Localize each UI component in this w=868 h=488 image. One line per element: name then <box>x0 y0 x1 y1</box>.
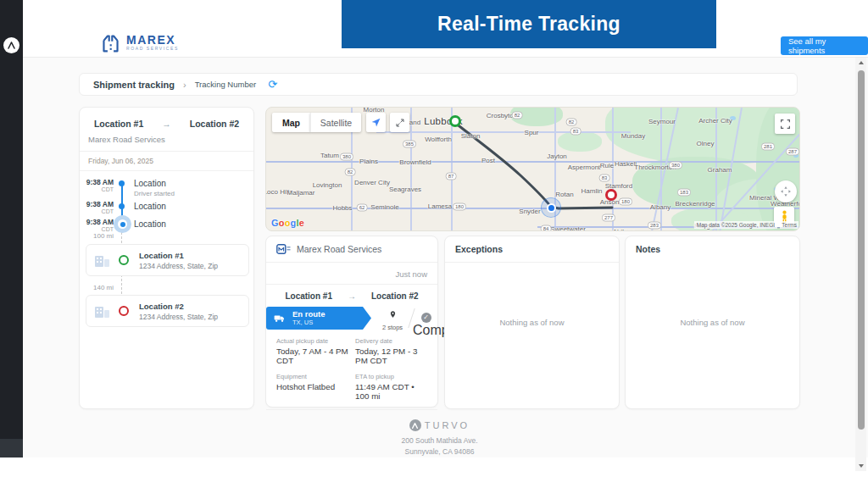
event-time: 9:38 AMCDT <box>80 178 114 192</box>
highway-shield-icon: 283 <box>648 222 661 230</box>
highway-shield-icon: 380 <box>340 153 353 161</box>
timeline-dot <box>119 180 125 186</box>
brand-tagline: ROAD SERVICES <box>126 46 179 51</box>
map-city-label: Seymour <box>648 118 676 125</box>
breadcrumb-tracking-number: Tracking Number <box>195 80 257 89</box>
highway-shield-icon: 180 <box>453 203 466 211</box>
map-city-label: Lamesa <box>428 202 452 210</box>
breadcrumb-shipment-tracking[interactable]: Shipment tracking <box>93 80 175 90</box>
map-city-label: Denver City <box>354 179 390 186</box>
map-terms-link[interactable]: Terms <box>780 221 798 229</box>
see-all-shipments-button[interactable]: See all my shipments <box>781 36 868 55</box>
map-city-label: Rotan <box>555 191 573 198</box>
expand-arrows-icon <box>395 118 405 128</box>
marex-logo: MAREX ROAD SERVICES <box>100 31 179 54</box>
status-progress-ribbon: En route TX, US 2 stops ✓ Complete <box>266 307 437 330</box>
map-city-label: Munday <box>621 132 645 140</box>
current-position-dot <box>114 215 131 233</box>
stop-item-location-2[interactable]: Location #2 1234 Address, State, Zip <box>86 295 249 327</box>
status-location: TX, US <box>292 319 326 326</box>
footer-address-line1: 200 South Mathida Ave. <box>79 435 800 446</box>
status-card-header: Marex Road Services <box>266 236 437 263</box>
fullscreen-icon <box>780 119 791 130</box>
map-city-label: Sweetwater <box>550 225 586 232</box>
map-fullscreen-button[interactable] <box>775 114 795 134</box>
scrollbar-down-arrow[interactable] <box>859 464 864 468</box>
map-city-label: Graham <box>708 166 732 174</box>
event-sublabel: Driver started <box>134 190 175 197</box>
map-city-label: Seminole <box>370 203 398 211</box>
shipment-details-grid: Actual pickup date Today, 7 AM - 4 PM CD… <box>266 330 437 409</box>
map-city-label: Wolfforth <box>425 136 452 143</box>
trip-date: Friday, Jun 06, 2025 <box>80 152 253 171</box>
map-city-label: Olney <box>697 140 715 147</box>
field-equipment: Equipment Hotshot Flatbed <box>276 373 352 401</box>
pickup-marker-icon <box>119 255 129 265</box>
delivery-marker-icon <box>119 306 129 316</box>
brand-name: MAREX <box>126 35 179 46</box>
exceptions-title: Exceptions <box>445 236 619 262</box>
pickup-location-marker[interactable] <box>449 115 461 127</box>
map-navigation-button[interactable] <box>366 113 386 132</box>
highway-shield-icon: 277 <box>602 214 615 222</box>
scrollbar-up-arrow[interactable] <box>859 61 864 64</box>
map-city-label: Archer City <box>698 117 732 125</box>
map-road <box>612 108 614 231</box>
map-expand-button[interactable] <box>390 113 409 132</box>
refresh-icon[interactable]: ⟳ <box>268 80 277 89</box>
map-city-label: Brownfield <box>399 158 431 166</box>
stop-item-location-1[interactable]: Location #1 1234 Address, State, Zip <box>86 244 249 276</box>
highway-shield-icon: 87 <box>446 173 457 180</box>
stop-address: 1234 Address, State, Zip <box>139 313 218 321</box>
field-delivery-date: Delivery date Today, 12 PM - 3 PM CDT <box>355 337 427 365</box>
event-time: 9:38 AMCDT <box>80 200 114 214</box>
status-en-route-segment: En route TX, US <box>266 307 371 330</box>
highway-shield-icon: 83 <box>570 128 581 136</box>
tracking-page: MAREX ROAD SERVICES Real-Time Tracking S… <box>0 0 868 488</box>
vertical-scrollbar[interactable] <box>855 58 866 471</box>
map-city-label: Abilene <box>613 228 636 232</box>
map-city-label: Snyder <box>519 208 540 215</box>
map-city-label: Breckenridge <box>675 200 715 208</box>
map-city-label: Maljamar <box>287 189 315 197</box>
field-actual-pickup-date: Actual pickup date Today, 7 AM - 4 PM CD… <box>276 337 352 365</box>
page-title: Real-Time Tracking <box>437 13 620 36</box>
map-recenter-button[interactable] <box>775 180 797 202</box>
map-city-label: Seagraves <box>389 186 421 193</box>
map-city-label: Plains <box>359 158 378 165</box>
map-city-label: Hobbs <box>332 204 352 212</box>
highway-shield-icon: 82 <box>566 119 577 126</box>
map-city-label: Lovington <box>313 181 342 189</box>
building-icon <box>94 254 110 267</box>
timeline-dot <box>119 203 125 209</box>
highway-shield-icon: 385 <box>403 141 416 148</box>
truck-icon <box>274 313 287 323</box>
stops-count-label: 2 stops <box>376 324 409 331</box>
delivery-location-marker[interactable] <box>605 189 617 201</box>
stop-address: 1234 Address, State, Zip <box>139 262 218 270</box>
turvo-sidebar-logo-icon[interactable] <box>3 37 19 53</box>
google-logo[interactable]: Google <box>271 218 304 228</box>
arrow-right-icon: → <box>348 291 356 301</box>
tracking-map[interactable]: Morton Levelland Lubbock Wolfforth Slato… <box>265 107 800 231</box>
map-road <box>410 108 412 231</box>
map-city-label: Albany <box>650 203 670 211</box>
trip-to: Location #2 <box>190 119 239 129</box>
status-route-header: Location #1 → Location #2 <box>266 285 437 301</box>
highway-shield-icon: 180 <box>619 198 632 206</box>
map-city-label: Haskell <box>615 160 637 168</box>
map-type-satellite-button[interactable]: Satellite <box>310 113 361 132</box>
exceptions-card: Exceptions Nothing as of now <box>444 236 620 409</box>
map-pin-icon <box>389 309 397 319</box>
scrollbar-thumb[interactable] <box>858 70 865 430</box>
highway-shield-icon: 82 <box>512 112 523 119</box>
event-label: Location <box>134 219 166 229</box>
trip-carrier: Marex Road Services <box>80 130 253 152</box>
map-type-map-button[interactable]: Map <box>272 113 310 132</box>
distance-to-stop: 100 mi <box>80 232 114 240</box>
trip-summary-card: Location #1 → Location #2 Marex Road Ser… <box>79 107 254 409</box>
turvo-mark-icon <box>7 41 16 50</box>
highway-shield-icon: 380 <box>669 162 682 169</box>
map-city-label: Tatum <box>320 152 339 159</box>
compass-crosshair-icon <box>779 185 793 198</box>
